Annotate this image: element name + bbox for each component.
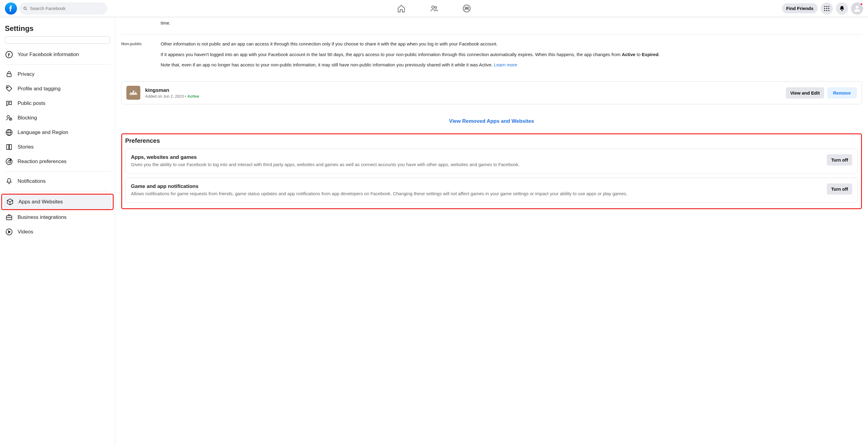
svg-point-11 — [826, 8, 827, 9]
info-p2: If it appears you haven't logged into an… — [161, 52, 862, 58]
book-icon — [5, 143, 13, 151]
app-card-kingsman: kingsman Added on Jun 2, 2023 • Active V… — [121, 81, 862, 104]
sidebar-item-privacy[interactable]: Privacy — [2, 67, 113, 82]
friends-icon[interactable] — [430, 4, 438, 13]
sidebar-search-field[interactable] — [5, 36, 110, 43]
bell-outline-icon — [5, 177, 13, 185]
svg-point-19 — [7, 87, 8, 88]
learn-more-link[interactable]: Learn more — [494, 62, 517, 67]
svg-point-22 — [7, 116, 9, 118]
sidebar-title: Settings — [2, 22, 113, 35]
app-thumbnail — [126, 86, 140, 100]
main-content: time. Non-public Other information is no… — [115, 17, 868, 445]
tag-icon — [5, 85, 13, 93]
account-avatar[interactable] — [851, 2, 863, 14]
pref-heading: Apps, websites and games — [131, 154, 822, 160]
svg-point-15 — [828, 10, 829, 11]
sidebar-item-label: Privacy — [18, 71, 35, 77]
svg-point-7 — [824, 6, 825, 7]
view-removed-link[interactable]: View Removed Apps and Websites — [449, 118, 534, 124]
sidebar-item-profile-tagging[interactable]: Profile and tagging — [2, 82, 113, 96]
facebook-logo-icon[interactable] — [5, 2, 17, 14]
highlight-apps-websites: Apps and Websites — [1, 194, 114, 210]
sidebar-item-business[interactable]: Business integrations — [2, 210, 113, 225]
svg-point-0 — [24, 7, 26, 9]
cube-icon — [6, 198, 14, 206]
sidebar-item-label: Blocking — [18, 115, 37, 121]
svg-point-13 — [824, 10, 825, 11]
find-friends-button[interactable]: Find Friends — [782, 3, 818, 13]
app-meta: Added on Jun 2, 2023 • Active — [145, 94, 781, 98]
svg-point-16 — [856, 5, 859, 8]
user-block-icon — [5, 114, 13, 122]
info-public-tail: time. — [161, 20, 862, 26]
sidebar-item-label: Videos — [18, 229, 33, 235]
sidebar-item-videos[interactable]: Videos — [2, 225, 113, 239]
sidebar-item-blocking[interactable]: Blocking — [2, 111, 113, 125]
svg-point-8 — [826, 6, 827, 7]
groups-icon[interactable] — [463, 4, 471, 13]
svg-point-5 — [465, 7, 466, 8]
sidebar-item-label: Profile and tagging — [18, 86, 61, 92]
highlight-preferences: Preferences Apps, websites and games Giv… — [121, 134, 862, 209]
svg-rect-18 — [7, 74, 11, 77]
info-row-non-public: Non-public Other information is not publ… — [121, 38, 862, 75]
svg-line-1 — [26, 9, 27, 10]
pref-card-apps-websites-games: Apps, websites and games Gives you the a… — [125, 149, 858, 173]
info-p1: Other information is not public and an a… — [161, 41, 862, 47]
home-icon[interactable] — [397, 4, 405, 13]
svg-point-33 — [131, 91, 132, 92]
notification-dot-icon — [860, 3, 863, 6]
svg-point-12 — [828, 8, 829, 9]
remove-button[interactable]: Remove — [827, 87, 857, 98]
view-edit-button[interactable]: View and Edit — [786, 87, 824, 98]
sidebar-item-language[interactable]: Language and Region — [2, 125, 113, 140]
svg-point-9 — [828, 6, 829, 7]
svg-line-24 — [10, 119, 11, 120]
lock-icon — [5, 70, 13, 79]
svg-point-10 — [824, 8, 825, 9]
sidebar-item-label: Apps and Websites — [19, 199, 63, 205]
sidebar-item-label: Your Facebook information — [18, 52, 79, 58]
sidebar-item-notifications[interactable]: Notifications — [2, 174, 113, 188]
chat-icon — [5, 99, 13, 108]
notifications-button[interactable] — [836, 2, 848, 14]
pref-heading: Game and app notifications — [131, 183, 822, 189]
sidebar-item-label: Public posts — [18, 100, 45, 107]
turn-off-button-2[interactable]: Turn off — [827, 183, 852, 195]
app-status: Active — [187, 94, 199, 98]
search-input[interactable] — [30, 6, 104, 11]
header-right: Find Friends — [782, 2, 863, 14]
sidebar-item-label: Notifications — [18, 178, 46, 184]
fb-circle-icon — [5, 50, 13, 59]
svg-point-29 — [10, 159, 11, 160]
like-icon — [5, 157, 13, 166]
turn-off-button-1[interactable]: Turn off — [827, 154, 852, 166]
sidebar-item-public-posts[interactable]: Public posts — [2, 96, 113, 111]
globe-icon — [5, 128, 13, 137]
preferences-title: Preferences — [125, 137, 858, 144]
sidebar-item-label: Reaction preferences — [18, 158, 67, 165]
app-name: kingsman — [145, 87, 781, 93]
play-icon — [5, 228, 13, 236]
svg-point-14 — [826, 10, 827, 11]
header-center-nav — [397, 4, 471, 13]
sidebar-item-reactions[interactable]: Reaction preferences — [2, 154, 113, 169]
menu-grid-button[interactable] — [821, 2, 833, 14]
sidebar-item-stories[interactable]: Stories — [2, 140, 113, 154]
info-row-public-tail: time. — [121, 17, 862, 33]
sidebar-item-label: Stories — [18, 144, 34, 150]
bell-icon — [839, 5, 845, 11]
sidebar-item-your-fb-info[interactable]: Your Facebook information — [2, 47, 113, 62]
sidebar-item-apps-websites[interactable]: Apps and Websites — [3, 195, 112, 209]
svg-point-2 — [432, 6, 434, 8]
pref-desc: Gives you the ability to use Facebook to… — [131, 161, 822, 168]
briefcase-icon — [5, 213, 13, 221]
view-removed-row: View Removed Apps and Websites — [121, 118, 862, 124]
grid-icon — [824, 5, 830, 11]
svg-point-4 — [463, 5, 470, 12]
info-p3: Note that, even if an app no longer has … — [161, 62, 862, 68]
search-box[interactable] — [20, 2, 107, 14]
non-public-label: Non-public — [121, 41, 155, 72]
svg-point-6 — [467, 7, 469, 8]
